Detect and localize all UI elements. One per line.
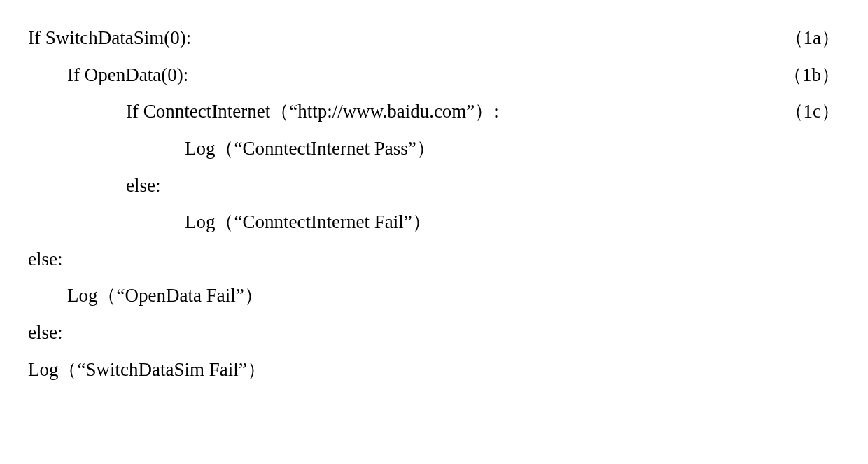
code-block: If SwitchDataSim(0): （1a） If OpenData(0)… xyxy=(28,20,840,388)
code-line: Log（“ConntectInternet Pass”） xyxy=(28,130,840,167)
code-line: else: xyxy=(28,241,840,278)
code-text: Log（“ConntectInternet Fail”） xyxy=(28,204,431,241)
code-line: Log（“SwitchDataSim Fail”） xyxy=(28,351,840,388)
code-line: If SwitchDataSim(0): （1a） xyxy=(28,20,840,57)
code-line: If OpenData(0): （1b） xyxy=(28,57,840,94)
code-text: else: xyxy=(28,167,160,204)
code-text: Log（“ConntectInternet Pass”） xyxy=(28,130,435,167)
code-text: If ConntectInternet（“http://www.baidu.co… xyxy=(28,93,499,130)
code-line: If ConntectInternet（“http://www.baidu.co… xyxy=(28,93,840,130)
code-text: If OpenData(0): xyxy=(28,57,188,94)
code-line: else: xyxy=(28,314,840,351)
code-text: else: xyxy=(28,314,62,351)
code-text: else: xyxy=(28,241,62,278)
code-text: Log（“OpenData Fail”） xyxy=(28,277,263,314)
code-text: Log（“SwitchDataSim Fail”） xyxy=(28,351,266,388)
line-number: （1b） xyxy=(783,57,840,94)
code-line: Log（“ConntectInternet Fail”） xyxy=(28,204,840,241)
code-line: else: xyxy=(28,167,840,204)
line-number: （1c） xyxy=(785,93,840,130)
code-text: If SwitchDataSim(0): xyxy=(28,20,191,57)
code-line: Log（“OpenData Fail”） xyxy=(28,277,840,314)
line-number: （1a） xyxy=(785,20,840,57)
